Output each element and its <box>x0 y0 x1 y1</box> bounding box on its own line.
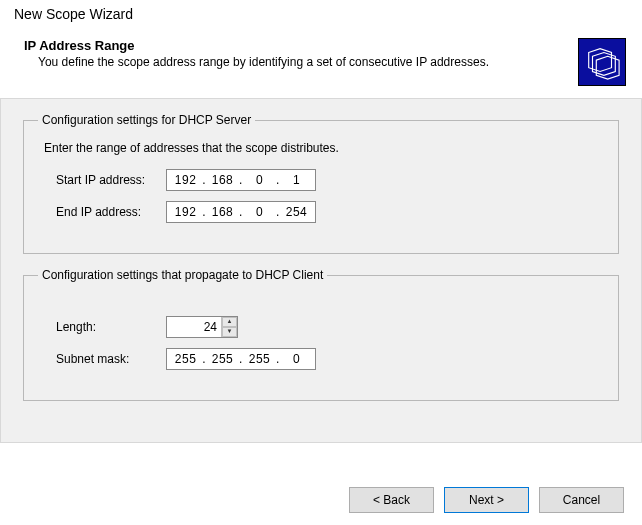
wizard-icon <box>578 38 626 86</box>
window-title: New Scope Wizard <box>0 0 642 30</box>
cancel-button[interactable]: Cancel <box>539 487 624 513</box>
start-ip-label: Start IP address: <box>56 173 166 187</box>
length-row: Length: 24 ▲ ▼ <box>38 316 604 338</box>
subnet-mask-input[interactable]: 255. 255. 255. 0 <box>166 348 316 370</box>
wizard-header: IP Address Range You define the scope ad… <box>0 30 642 98</box>
mask-row: Subnet mask: 255. 255. 255. 0 <box>38 348 604 370</box>
length-label: Length: <box>56 320 166 334</box>
end-ip-row: End IP address: 192. 168. 0. 254 <box>38 201 604 223</box>
start-ip-row: Start IP address: 192. 168. 0. 1 <box>38 169 604 191</box>
wizard-window: New Scope Wizard IP Address Range You de… <box>0 0 642 525</box>
page-description: You define the scope address range by id… <box>24 55 568 69</box>
spin-down-icon[interactable]: ▼ <box>222 327 237 337</box>
next-button[interactable]: Next > <box>444 487 529 513</box>
client-settings-legend: Configuration settings that propagate to… <box>38 268 327 282</box>
length-value[interactable]: 24 <box>167 317 221 337</box>
server-settings-group: Configuration settings for DHCP Server E… <box>23 113 619 254</box>
server-intro-text: Enter the range of addresses that the sc… <box>44 141 604 155</box>
end-ip-label: End IP address: <box>56 205 166 219</box>
server-settings-legend: Configuration settings for DHCP Server <box>38 113 255 127</box>
back-button[interactable]: < Back <box>349 487 434 513</box>
length-spinner[interactable]: 24 ▲ ▼ <box>166 316 238 338</box>
spin-up-icon[interactable]: ▲ <box>222 317 237 327</box>
button-bar: < Back Next > Cancel <box>349 487 624 513</box>
mask-label: Subnet mask: <box>56 352 166 366</box>
content-area: Configuration settings for DHCP Server E… <box>0 98 642 443</box>
end-ip-input[interactable]: 192. 168. 0. 254 <box>166 201 316 223</box>
page-title: IP Address Range <box>24 38 568 53</box>
client-settings-group: Configuration settings that propagate to… <box>23 268 619 401</box>
start-ip-input[interactable]: 192. 168. 0. 1 <box>166 169 316 191</box>
